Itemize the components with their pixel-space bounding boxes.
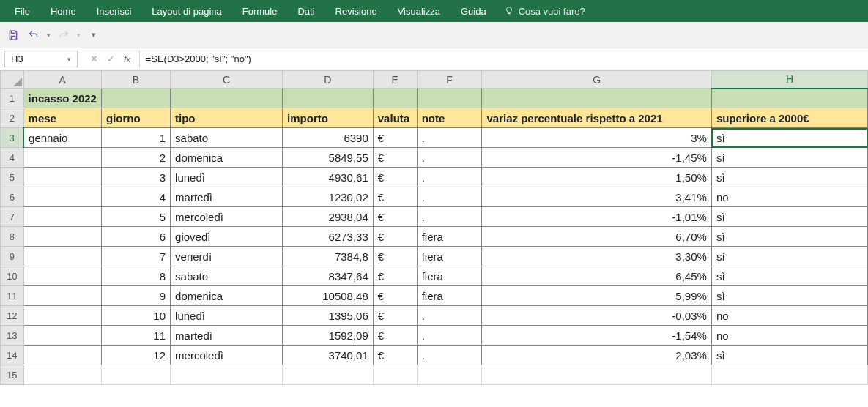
cell[interactable]: sì: [711, 207, 867, 227]
cell[interactable]: superiore a 2000€: [711, 108, 867, 128]
cell[interactable]: lunedì: [171, 168, 283, 187]
col-header-H[interactable]: H: [711, 71, 867, 89]
cell[interactable]: 1,50%: [482, 168, 711, 187]
cell[interactable]: €: [373, 207, 417, 227]
cell[interactable]: valuta: [373, 108, 417, 128]
cell[interactable]: [23, 306, 101, 326]
cell[interactable]: incasso 2022: [23, 89, 101, 108]
ribbon-tab-dati[interactable]: Dati: [287, 1, 324, 21]
cell[interactable]: [171, 365, 283, 385]
cell[interactable]: variaz percentuale rispetto a 2021: [482, 108, 711, 128]
cell[interactable]: .: [417, 187, 482, 207]
cell[interactable]: [23, 266, 101, 286]
cell[interactable]: sì: [711, 128, 867, 148]
cell[interactable]: [23, 207, 101, 227]
cell[interactable]: €: [373, 326, 417, 346]
spreadsheet-grid[interactable]: ABCDEFGH 1incasso 20222mesegiornotipoimp…: [0, 70, 868, 385]
row-header[interactable]: 10: [1, 266, 24, 286]
cell[interactable]: importo: [283, 108, 374, 128]
cell[interactable]: mercoledì: [171, 207, 283, 227]
cell[interactable]: €: [373, 148, 417, 168]
cell[interactable]: 6: [101, 227, 170, 247]
col-header-A[interactable]: A: [23, 71, 101, 89]
cell[interactable]: €: [373, 247, 417, 266]
ribbon-tab-formule[interactable]: Formule: [232, 1, 288, 21]
row-header[interactable]: 4: [1, 148, 24, 168]
qat-customize[interactable]: ▾: [86, 28, 101, 42]
col-header-E[interactable]: E: [373, 71, 417, 89]
cell[interactable]: 7: [101, 247, 170, 266]
cell[interactable]: no: [711, 326, 867, 346]
cell[interactable]: sì: [711, 247, 867, 266]
row-header[interactable]: 11: [1, 286, 24, 306]
cell[interactable]: €: [373, 168, 417, 187]
cell[interactable]: sì: [711, 266, 867, 286]
cell[interactable]: [23, 365, 101, 385]
cell[interactable]: €: [373, 346, 417, 365]
cell[interactable]: giorno: [101, 108, 170, 128]
cell[interactable]: [23, 168, 101, 187]
cell[interactable]: 10: [101, 306, 170, 326]
cell[interactable]: [171, 89, 283, 108]
undo-dropdown[interactable]: ▾: [47, 31, 51, 39]
cell[interactable]: 4930,61: [283, 168, 374, 187]
cell[interactable]: 1: [101, 128, 170, 148]
cell[interactable]: 8347,64: [283, 266, 374, 286]
cell[interactable]: 5: [101, 207, 170, 227]
cell[interactable]: [101, 89, 170, 108]
cell[interactable]: [482, 89, 711, 108]
cell[interactable]: .: [417, 346, 482, 365]
cell[interactable]: 2: [101, 148, 170, 168]
cell[interactable]: [711, 89, 867, 108]
undo-button[interactable]: [26, 28, 41, 42]
fx-icon[interactable]: fx: [124, 53, 130, 64]
row-header[interactable]: 5: [1, 168, 24, 187]
enter-icon[interactable]: ✓: [107, 53, 115, 64]
row-header[interactable]: 15: [1, 365, 24, 385]
ribbon-tab-guida[interactable]: Guida: [450, 1, 497, 21]
cell[interactable]: sì: [711, 148, 867, 168]
cell[interactable]: fiera: [417, 286, 482, 306]
cell[interactable]: [23, 286, 101, 306]
ribbon-tab-layout-di-pagina[interactable]: Layout di pagina: [141, 1, 231, 21]
cell[interactable]: sabato: [171, 128, 283, 148]
cell[interactable]: .: [417, 326, 482, 346]
cell[interactable]: -1,45%: [482, 148, 711, 168]
cell[interactable]: 10508,48: [283, 286, 374, 306]
cell[interactable]: [23, 247, 101, 266]
cell[interactable]: fiera: [417, 266, 482, 286]
col-header-G[interactable]: G: [482, 71, 711, 89]
cell[interactable]: 6,70%: [482, 227, 711, 247]
cell[interactable]: 6390: [283, 128, 374, 148]
cell[interactable]: [373, 89, 417, 108]
cell[interactable]: .: [417, 168, 482, 187]
cell[interactable]: [482, 365, 711, 385]
cell[interactable]: 3,30%: [482, 247, 711, 266]
row-header[interactable]: 14: [1, 346, 24, 365]
cell[interactable]: .: [417, 207, 482, 227]
cell[interactable]: €: [373, 306, 417, 326]
cell[interactable]: [23, 227, 101, 247]
ribbon-tab-visualizza[interactable]: Visualizza: [387, 1, 450, 21]
cell[interactable]: gennaio: [23, 128, 101, 148]
col-header-C[interactable]: C: [171, 71, 283, 89]
cell[interactable]: 6,45%: [482, 266, 711, 286]
cell[interactable]: -0,03%: [482, 306, 711, 326]
cell[interactable]: -1,01%: [482, 207, 711, 227]
col-header-D[interactable]: D: [283, 71, 374, 89]
row-header[interactable]: 2: [1, 108, 24, 128]
cell[interactable]: venerdì: [171, 247, 283, 266]
row-header[interactable]: 12: [1, 306, 24, 326]
cell[interactable]: [23, 187, 101, 207]
col-header-F[interactable]: F: [417, 71, 482, 89]
cell[interactable]: [101, 365, 170, 385]
cell[interactable]: 1592,09: [283, 326, 374, 346]
row-header[interactable]: 8: [1, 227, 24, 247]
cell[interactable]: 1395,06: [283, 306, 374, 326]
cell[interactable]: 5849,55: [283, 148, 374, 168]
col-header-B[interactable]: B: [101, 71, 170, 89]
cell[interactable]: fiera: [417, 227, 482, 247]
cell[interactable]: 7384,8: [283, 247, 374, 266]
cell[interactable]: 6273,33: [283, 227, 374, 247]
cell[interactable]: giovedì: [171, 227, 283, 247]
